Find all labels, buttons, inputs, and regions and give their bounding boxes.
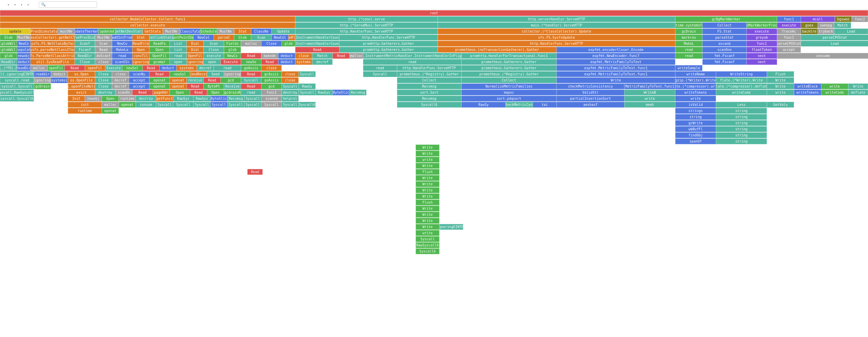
flame-block[interactable]: ascanb <box>702 41 747 46</box>
flame-block[interactable]: poll.(*FD).Read <box>0 65 17 71</box>
flame-block[interactable]: parseC <box>214 35 234 40</box>
flame-block[interactable]: expfmt.encoderCloser.Encode <box>556 47 675 53</box>
flame-block[interactable]: read <box>363 65 397 71</box>
flame-block[interactable]: execute <box>747 29 777 34</box>
flame-block[interactable]: string <box>716 126 767 132</box>
flame-block[interactable]: GetStats <box>143 29 163 34</box>
flame-block[interactable]: Recvmsg <box>397 83 461 89</box>
flame-block[interactable]: Syscall <box>173 102 193 108</box>
flame-block[interactable]: deduct <box>17 59 31 65</box>
flame-block[interactable]: strings <box>675 108 716 114</box>
flame-block[interactable]: ClassifyCo <box>180 29 200 34</box>
flame-block[interactable]: greyob <box>747 35 777 40</box>
flame-block[interactable]: OpenFil <box>149 53 170 59</box>
flame-block[interactable]: ignoring <box>187 59 204 65</box>
flame-block[interactable]: MakeLa <box>112 47 132 53</box>
flame-block[interactable]: read <box>675 53 702 59</box>
flame-block[interactable]: Seed <box>207 71 224 77</box>
flame-block[interactable]: ignoringEINTRU <box>439 224 463 230</box>
flame-block[interactable]: write <box>675 96 716 101</box>
flame-block[interactable]: RawSyscall6 <box>416 242 439 248</box>
flame-block[interactable]: sysfs.ParseNetClassAttribute <box>31 53 75 59</box>
flame-block[interactable]: parseCPUStat <box>801 35 868 40</box>
flame-block[interactable]: Read <box>132 90 153 95</box>
flame-block[interactable]: evict <box>68 90 95 95</box>
flame-block[interactable]: goAssis <box>241 65 261 71</box>
flame-block[interactable]: close <box>261 65 282 71</box>
flame-block[interactable]: runtime <box>68 108 102 114</box>
flame-block[interactable]: Open <box>170 90 190 95</box>
flame-block[interactable]: write <box>624 96 675 101</box>
flame-block[interactable]: markroo <box>675 35 702 40</box>
flame-block[interactable]: openat <box>149 77 170 83</box>
flame-block[interactable]: writeName <box>675 71 716 77</box>
flame-block[interactable]: writeCode <box>716 90 767 95</box>
flame-block[interactable]: Write <box>416 163 439 169</box>
flame-block[interactable]: ValidStr <box>556 90 624 95</box>
flame-block[interactable]: close <box>112 71 129 77</box>
flame-block[interactable]: syscall.read <box>0 77 34 83</box>
flame-block[interactable]: string <box>716 138 767 144</box>
flame-block[interactable]: destroy <box>282 90 299 95</box>
flame-block[interactable]: scanUIn <box>112 59 132 65</box>
flame-block[interactable]: read <box>170 53 187 59</box>
flame-block[interactable]: systemsi <box>51 77 68 83</box>
flame-block[interactable]: consume <box>777 53 868 59</box>
flame-block[interactable]: promhttp.Gatherers.Gather <box>339 41 438 46</box>
flame-block[interactable]: promhttp.Gatherers.Gather <box>339 47 438 53</box>
flame-block[interactable]: ReadDir <box>75 53 95 59</box>
flame-block[interactable]: Load <box>801 41 868 46</box>
flame-block[interactable]: glob <box>0 53 17 59</box>
flame-block[interactable]: GetValu <box>767 102 794 108</box>
flame-block[interactable]: Close <box>75 59 95 65</box>
flame-block[interactable]: checkMetricCons <box>506 102 533 108</box>
flame-block[interactable]: netlinkStats <box>149 35 173 40</box>
flame-block[interactable]: Scan <box>204 41 224 46</box>
flame-block[interactable]: Read <box>95 47 112 53</box>
flame-block[interactable]: promhttp.InstrumentHandlerCounter.func1 <box>295 35 339 40</box>
flame-block[interactable]: write <box>821 83 848 89</box>
flame-block[interactable]: Glob <box>234 35 251 40</box>
flame-block[interactable]: accept <box>777 47 801 53</box>
flame-block[interactable]: NewCo <box>17 41 31 46</box>
flame-block[interactable]: Syscall6 <box>299 102 316 108</box>
flame-block[interactable]: ByteSlic <box>210 96 227 101</box>
flame-block[interactable]: ReadDir <box>0 59 17 65</box>
flame-block[interactable]: Syscall <box>210 102 227 108</box>
flame-block[interactable]: decref <box>197 65 214 71</box>
flame-block[interactable]: func1 <box>747 41 777 46</box>
flame-block[interactable]: openat <box>119 102 136 108</box>
flame-block[interactable]: scanNu <box>129 71 149 77</box>
flame-block[interactable]: Stat <box>132 35 149 40</box>
flame-block[interactable]: string <box>716 120 767 126</box>
flame-block[interactable]: Syscall <box>227 102 244 108</box>
flame-block[interactable]: xfs.FS.SysfsUpdate <box>438 35 675 40</box>
flame-block[interactable]: sysfs.parseNetClassIface <box>31 47 75 53</box>
flame-block[interactable]: root <box>0 10 868 16</box>
flame-block[interactable]: Syscall <box>193 102 210 108</box>
flame-block[interactable]: Recvmsg <box>350 90 366 95</box>
flame-block[interactable]: Syscall <box>261 102 282 108</box>
flame-block[interactable]: NormalizeMetricFamilies <box>461 83 556 89</box>
flame-block[interactable]: malloc <box>241 41 261 46</box>
flame-block[interactable]: Collect <box>397 77 461 83</box>
flame-block[interactable]: NewCol <box>271 35 288 40</box>
flame-block[interactable]: http.HandlerFunc.ServeHTTP <box>295 29 438 34</box>
flame-block[interactable]: expfmt.MetricFamilyToText.func1 <box>556 71 675 77</box>
flame-block[interactable]: Write <box>848 83 868 89</box>
flame-block[interactable]: updateThermalT <box>75 29 98 34</box>
flame-block[interactable]: gcDrain <box>34 83 51 89</box>
flame-block[interactable]: prometheus.Gatherers.Gather <box>461 59 556 65</box>
flame-block[interactable]: WriteString <box>716 71 767 77</box>
flame-block[interactable]: Match <box>312 53 333 59</box>
flame-block[interactable]: Dial <box>187 47 204 53</box>
flame-block[interactable]: glob <box>224 47 241 53</box>
nav-refine[interactable]: ▾ <box>20 3 22 6</box>
flame-block[interactable]: BytePt <box>204 83 224 89</box>
flame-block[interactable]: expfmt.MetricFamilyToText <box>556 59 675 65</box>
flame-block[interactable]: Syscall <box>363 71 397 77</box>
flame-block[interactable]: Read <box>241 53 261 59</box>
flame-block[interactable]: gcd <box>261 83 282 89</box>
flame-block[interactable]: gcBgMarkWorker <box>675 16 777 22</box>
flame-block[interactable]: close <box>95 59 112 65</box>
